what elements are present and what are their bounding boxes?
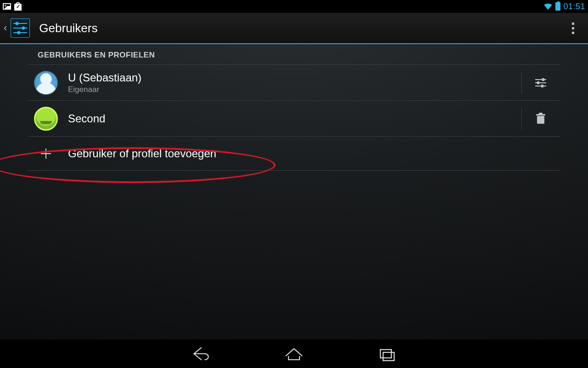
svg-rect-17 bbox=[380, 350, 391, 358]
nav-back-button[interactable] bbox=[189, 344, 213, 363]
nav-home-button[interactable] bbox=[282, 344, 306, 363]
svg-point-3 bbox=[22, 27, 25, 30]
svg-rect-12 bbox=[537, 116, 544, 124]
svg-point-1 bbox=[16, 22, 19, 25]
user-second-name: Second bbox=[68, 112, 512, 125]
wifi-icon bbox=[543, 3, 553, 10]
user-owner-settings-button[interactable] bbox=[531, 73, 550, 92]
row-divider bbox=[521, 108, 522, 130]
user-owner-role: Eigenaar bbox=[68, 85, 512, 94]
user-row-second[interactable]: Second bbox=[28, 101, 560, 137]
svg-rect-10 bbox=[537, 81, 539, 84]
status-clock: 01:51 bbox=[563, 2, 585, 12]
back-caret-icon[interactable]: ‹ bbox=[4, 22, 7, 34]
add-user-label: Gebruiker of profiel toevoegen bbox=[68, 147, 550, 160]
svg-rect-13 bbox=[536, 114, 545, 115]
plus-icon bbox=[34, 142, 58, 166]
nav-recent-button[interactable] bbox=[375, 344, 399, 363]
overflow-menu-button[interactable] bbox=[561, 13, 584, 43]
user-row-owner[interactable]: U (Sebastiaan) Eigenaar bbox=[28, 65, 560, 101]
system-nav-bar bbox=[0, 339, 588, 368]
svg-rect-18 bbox=[383, 352, 394, 361]
content-area: GEBRUIKERS EN PROFIELEN U (Sebastiaan) E… bbox=[0, 44, 588, 339]
svg-rect-14 bbox=[539, 113, 543, 114]
page-title: Gebruikers bbox=[39, 21, 97, 35]
row-divider bbox=[521, 72, 522, 94]
user-row-second-body: Second bbox=[68, 112, 512, 125]
add-user-row[interactable]: Gebruiker of profiel toevoegen bbox=[28, 137, 560, 171]
user-row-owner-body: U (Sebastiaan) Eigenaar bbox=[68, 71, 512, 94]
user-second-delete-button[interactable] bbox=[531, 109, 550, 128]
avatar-owner-icon bbox=[34, 71, 58, 95]
battery-icon bbox=[555, 2, 560, 11]
svg-point-5 bbox=[17, 31, 21, 34]
notification-image-icon bbox=[3, 3, 11, 10]
status-bar: 01:51 bbox=[0, 0, 588, 13]
section-header-users: GEBRUIKERS EN PROFIELEN bbox=[28, 44, 560, 65]
notification-store-icon bbox=[14, 2, 22, 11]
avatar-second-icon bbox=[34, 107, 58, 131]
action-bar: ‹ Gebruikers bbox=[0, 13, 588, 44]
user-owner-name: U (Sebastiaan) bbox=[68, 71, 512, 84]
settings-app-icon[interactable] bbox=[8, 16, 33, 40]
sliders-icon bbox=[534, 77, 547, 88]
svg-rect-9 bbox=[542, 78, 544, 81]
svg-rect-11 bbox=[541, 85, 543, 87]
trash-icon bbox=[536, 113, 546, 125]
